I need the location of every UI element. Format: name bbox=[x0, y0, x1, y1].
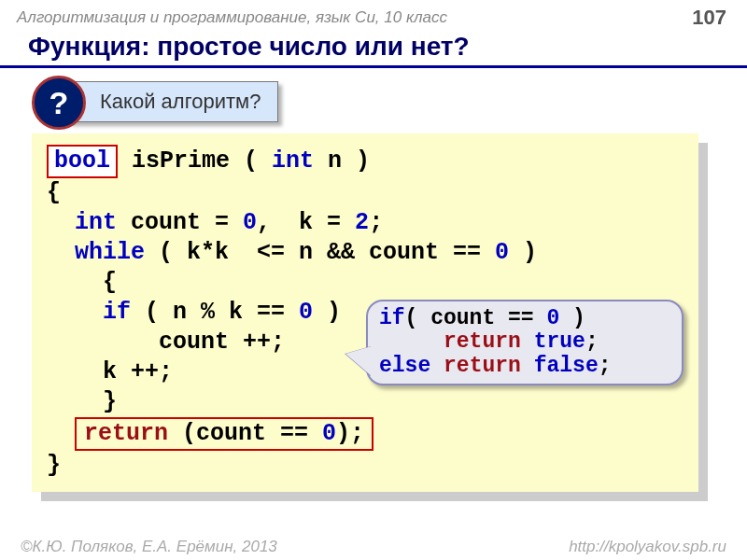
int-keyword: int bbox=[272, 147, 314, 175]
lbrace: { bbox=[47, 178, 684, 208]
callout-false: false bbox=[534, 354, 599, 378]
while-text: ( k*k <= n && count == bbox=[145, 239, 495, 266]
int-keyword-2: int bbox=[75, 209, 117, 236]
bool-keyword: bool bbox=[47, 145, 118, 178]
sig-text2: n ) bbox=[314, 147, 370, 175]
callout-if: if bbox=[379, 306, 405, 330]
decl-text: count = bbox=[117, 209, 243, 236]
callout-true: true bbox=[534, 329, 585, 354]
code-block: bool isPrime ( int n ) { int count = 0, … bbox=[32, 133, 698, 492]
semi: ; bbox=[369, 209, 383, 236]
return-close: ); bbox=[336, 420, 364, 447]
callout-semi2: ; bbox=[599, 354, 612, 378]
sig-text: isPrime ( bbox=[118, 147, 272, 175]
callout-else: else bbox=[379, 354, 430, 378]
if-text: ( n % k == bbox=[131, 299, 299, 326]
if-close: ) bbox=[313, 299, 341, 326]
callout-box: if( count == 0 ) return true; else retur… bbox=[366, 300, 684, 385]
decl-text2: , k = bbox=[257, 209, 355, 236]
callout-return2: return bbox=[444, 354, 521, 378]
question-row: ? Какой алгоритм? bbox=[32, 81, 747, 122]
callout-if-text: ( count == bbox=[405, 306, 547, 330]
if-keyword: if bbox=[103, 299, 131, 326]
rbrace: } bbox=[47, 451, 684, 481]
question-text: Какой алгоритм? bbox=[67, 81, 278, 122]
question-mark-icon: ? bbox=[32, 76, 86, 130]
inner-lbrace: { bbox=[47, 268, 684, 298]
zero-literal-2: 0 bbox=[495, 239, 509, 266]
callout-semi1: ; bbox=[585, 329, 599, 354]
return-keyword: return bbox=[84, 420, 168, 447]
zero-literal: 0 bbox=[243, 209, 257, 236]
while-keyword: while bbox=[75, 239, 145, 266]
header: Алгоритмизация и программирование, язык … bbox=[0, 0, 747, 30]
callout-zero: 0 bbox=[546, 306, 559, 330]
two-literal: 2 bbox=[355, 209, 369, 236]
page-number: 107 bbox=[692, 6, 726, 30]
return-text: (count == bbox=[168, 420, 322, 447]
footer: ©К.Ю. Поляков, Е.А. Ерёмин, 2013 http://… bbox=[0, 538, 747, 556]
while-close: ) bbox=[509, 239, 537, 266]
zero-literal-3: 0 bbox=[299, 299, 313, 326]
callout-tail-icon bbox=[345, 346, 372, 376]
course-label: Алгоритмизация и программирование, язык … bbox=[17, 8, 447, 27]
callout-if-close: ) bbox=[559, 306, 585, 330]
footer-url: http://kpolyakov.spb.ru bbox=[569, 538, 726, 556]
copyright: ©К.Ю. Поляков, Е.А. Ерёмин, 2013 bbox=[21, 538, 277, 556]
slide-title: Функция: простое число или нет? bbox=[0, 30, 747, 68]
code-body: bool isPrime ( int n ) { int count = 0, … bbox=[32, 133, 698, 492]
callout-return1: return bbox=[444, 329, 521, 354]
zero-literal-4: 0 bbox=[322, 420, 336, 447]
inner-rbrace: } bbox=[47, 387, 684, 417]
